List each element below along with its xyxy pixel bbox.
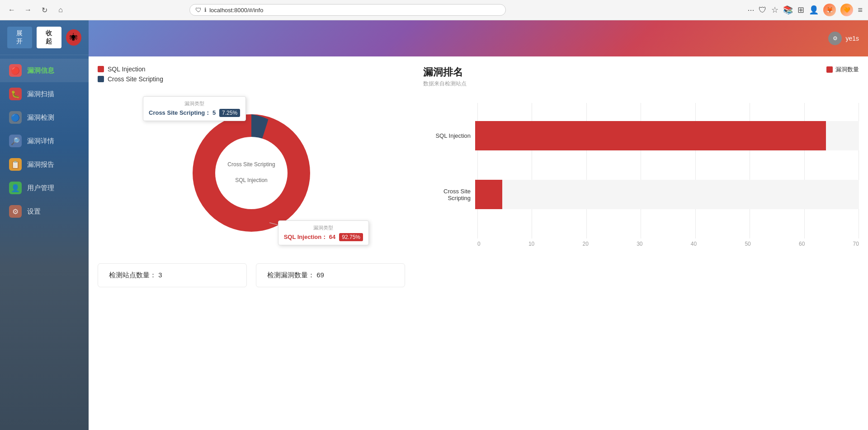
bar-chart: SQL Injection Cross Site Scripting [423,94,859,421]
user-mgmt-label: 用户管理 [27,184,54,192]
sidebar: 展开 收起 🕷 🔴 漏洞信息 🐛 漏洞扫描 🔵 漏洞检测 🔎 漏洞详情 📋 [0,20,89,430]
chart-legend: SQL Injection Cross Site Scripting [98,65,405,83]
x-axis: 0 10 20 30 40 50 60 70 [423,241,859,247]
shield-btn[interactable]: 🛡 [759,5,767,15]
user-mgmt-icon: 👤 [9,182,22,194]
home-button[interactable]: ⌂ [54,4,67,16]
spider-icon: 🕷 [66,29,81,46]
tooltip-sql: 漏洞类型 SQL Injection： 64 92.75% [278,220,369,245]
x-label-30: 30 [637,241,642,247]
sidebar-nav: 🔴 漏洞信息 🐛 漏洞扫描 🔵 漏洞检测 🔎 漏洞详情 📋 漏洞报告 👤 [0,55,89,430]
stat-vulns: 检测漏洞数量： 69 [256,263,405,287]
bar-track-css [475,180,859,209]
forward-button[interactable]: → [22,4,34,16]
top-banner: ⚙ ye1s [89,20,868,56]
top-banner-user: ⚙ ye1s [828,32,859,45]
vuln-info-icon: 🔴 [9,64,22,77]
tooltip-css-pct: 7.25% [219,109,240,117]
star-button[interactable]: ☆ [771,5,778,15]
library-icon[interactable]: 📚 [783,5,793,15]
stat-sites-value: 3 [158,271,162,279]
sidebar-item-settings[interactable]: ⚙ 设置 [0,200,89,223]
bar-row-sql: SQL Injection [423,121,859,150]
bar-label-css: Cross Site Scripting [423,188,475,201]
vuln-report-icon: 📋 [9,158,22,171]
sidebar-item-vuln-detect[interactable]: 🔵 漏洞检测 [0,106,89,129]
browser-chrome: ← → ↻ ⌂ 🛡 ℹ localhost:8000/#/info ··· 🛡 … [0,0,868,20]
x-label-20: 20 [583,241,589,247]
lock-icon: ℹ [204,7,207,13]
x-label-10: 10 [528,241,534,247]
bar-chart-legend: 漏洞数量 [826,65,859,74]
tooltip-css-title: 漏洞类型 [149,100,240,107]
collapse-button[interactable]: 收起 [37,27,61,48]
chart-subtitle: 数据来自检测站点 [423,80,467,88]
url-text[interactable]: localhost:8000/#/info [209,7,500,14]
donut-center-sql-text: SQL Injection [235,177,268,183]
donut-center-css-text: Cross Site Scripting [227,161,275,168]
vuln-detail-label: 漏洞详情 [27,137,54,145]
browser-toolbar: ← → ↻ ⌂ 🛡 ℹ localhost:8000/#/info ··· 🛡 … [0,0,868,20]
bar-row-css: Cross Site Scripting [423,180,859,209]
sidebar-item-vuln-report[interactable]: 📋 漏洞报告 [0,153,89,176]
vuln-detail-icon: 🔎 [9,135,22,147]
dashboard: SQL Injection Cross Site Scripting 漏洞类型 [89,56,868,430]
browser-right-controls: ··· 🛡 ☆ 📚 ⊞ 👤 🦊 🧡 ≡ [747,4,863,16]
x-label-50: 50 [745,241,750,247]
vuln-detect-icon: 🔵 [9,111,22,124]
tooltip-sql-title: 漏洞类型 [284,224,363,231]
bar-legend-dot [826,66,833,73]
shield-icon: 🛡 [195,6,202,14]
x-label-0: 0 [477,241,481,247]
sidebar-item-vuln-detail[interactable]: 🔎 漏洞详情 [0,129,89,153]
settings-icon: ⚙ [9,205,22,218]
legend-css: Cross Site Scripting [98,75,405,83]
tooltip-sql-pct: 92.75% [339,233,363,241]
stat-sites-label: 检测站点数量： [109,271,156,279]
vuln-report-label: 漏洞报告 [27,160,54,169]
refresh-button[interactable]: ↻ [38,4,51,16]
bar-label-sql: SQL Injection [423,132,475,139]
bar-fill-sql [475,121,826,150]
stat-vulns-label: 检测漏洞数量： [267,271,315,279]
left-panel: SQL Injection Cross Site Scripting 漏洞类型 [98,65,405,421]
bar-track-sql [475,121,859,150]
sidebar-item-vuln-scan[interactable]: 🐛 漏洞扫描 [0,82,89,106]
address-bar: 🛡 ℹ localhost:8000/#/info [189,4,506,16]
tooltip-sql-label: SQL Injection： 64 [284,233,336,241]
legend-sql: SQL Injection [98,65,405,73]
user-avatar-2[interactable]: 🧡 [840,4,853,16]
expand-button[interactable]: 展开 [7,27,32,48]
stat-vulns-value: 69 [316,271,324,279]
vuln-info-label: 漏洞信息 [27,66,54,75]
vuln-scan-icon: 🐛 [9,88,22,100]
top-banner-username: ye1s [845,35,859,42]
bar-fill-css [475,180,502,209]
user-avatar[interactable]: 🦊 [823,4,836,16]
sidebar-item-user-mgmt[interactable]: 👤 用户管理 [0,176,89,200]
legend-sql-dot [98,66,104,72]
vuln-detect-label: 漏洞检测 [27,113,54,122]
app-container: 展开 收起 🕷 🔴 漏洞信息 🐛 漏洞扫描 🔵 漏洞检测 🔎 漏洞详情 📋 [0,20,868,430]
pie-chart-container: 漏洞类型 Cross Site Scripting： 5 7.25% [170,92,333,254]
more-button[interactable]: ··· [747,5,754,15]
sidebar-item-vuln-info[interactable]: 🔴 漏洞信息 [0,59,89,82]
x-label-70: 70 [853,241,859,247]
donut-hole [215,137,288,209]
avatar-icon-2: 🧡 [844,7,850,13]
right-panel: 漏洞排名 数据来自检测站点 漏洞数量 [414,65,859,421]
top-banner-avatar: ⚙ [828,32,842,45]
x-label-60: 60 [799,241,805,247]
chart-header: 漏洞排名 数据来自检测站点 漏洞数量 [423,65,859,88]
layout-icon[interactable]: ⊞ [797,5,804,15]
profile-icon[interactable]: 👤 [809,5,819,15]
legend-sql-label: SQL Injection [108,65,146,73]
tooltip-css-label: Cross Site Scripting： 5 [149,109,216,117]
avatar-initial: 🦊 [826,7,833,13]
hamburger-menu[interactable]: ≡ [858,5,863,15]
back-button[interactable]: ← [5,4,18,16]
settings-label: 设置 [27,207,41,216]
stat-sites: 检测站点数量： 3 [98,263,247,287]
legend-css-label: Cross Site Scripting [108,75,163,83]
legend-css-dot [98,76,104,82]
